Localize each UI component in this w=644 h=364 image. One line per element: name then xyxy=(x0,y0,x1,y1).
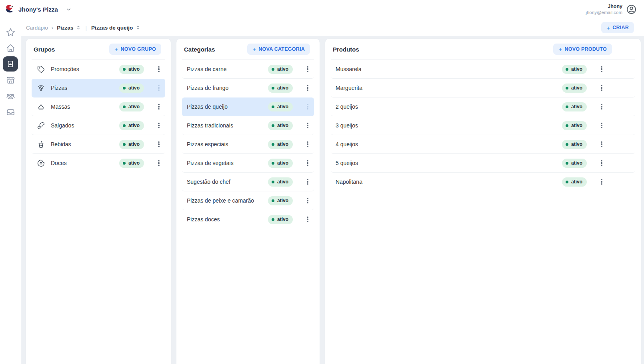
kebab-menu-icon[interactable] xyxy=(303,157,312,169)
produto-row[interactable]: 3 queijosativo xyxy=(331,116,635,135)
grupo-row[interactable]: Bebidasativo xyxy=(32,135,165,154)
unfold-icon xyxy=(136,25,140,30)
kebab-menu-icon[interactable] xyxy=(154,157,164,169)
new-category-button[interactable]: + NOVA CATEGORIA xyxy=(247,44,310,55)
user-meta: Jhony jhony@email.com xyxy=(586,4,622,16)
plus-icon: + xyxy=(114,46,118,52)
status-badge: ativo xyxy=(119,121,144,130)
status-text: ativo xyxy=(571,141,582,147)
status-text: ativo xyxy=(277,198,288,203)
categoria-row[interactable]: Sugestão do chefativo xyxy=(182,173,314,191)
status-dot-icon xyxy=(272,87,274,90)
kebab-menu-icon[interactable] xyxy=(597,119,606,131)
status-dot-icon xyxy=(123,105,126,108)
kebab-menu-icon[interactable] xyxy=(303,213,312,225)
sidebar-item-favorites[interactable] xyxy=(3,24,18,40)
kebab-menu-icon[interactable] xyxy=(597,82,606,94)
categoria-row[interactable]: Pizzas especiaisativo xyxy=(182,135,314,154)
menu-card-icon xyxy=(6,60,15,68)
plus-icon: + xyxy=(558,46,562,52)
kebab-menu-icon[interactable] xyxy=(154,101,164,113)
sidebar-item-store[interactable] xyxy=(3,72,18,88)
new-category-button-label: NOVA CATEGORIA xyxy=(258,46,305,52)
kebab-menu-icon[interactable] xyxy=(303,176,312,188)
grupo-row[interactable]: Docesativo xyxy=(32,154,165,173)
brand-logo-icon xyxy=(4,4,15,16)
status-badge: ativo xyxy=(562,177,587,187)
products-list: MussarelaativoMargueritaativo2 queijosat… xyxy=(325,60,641,191)
kebab-menu-icon[interactable] xyxy=(597,138,606,150)
grupo-row[interactable]: Promoçõesativo xyxy=(32,60,165,79)
produto-row[interactable]: 4 queijosativo xyxy=(331,135,635,154)
produto-row[interactable]: 2 queijosativo xyxy=(331,97,635,116)
status-text: ativo xyxy=(571,66,582,72)
status-dot-icon xyxy=(566,143,568,146)
kebab-menu-icon[interactable] xyxy=(154,82,164,94)
status-dot-icon xyxy=(272,124,274,127)
grupo-label: Salgados xyxy=(51,122,119,129)
grupo-row[interactable]: Salgadosativo xyxy=(32,116,165,135)
grupo-label: Bebidas xyxy=(51,141,119,147)
breadcrumb-group-select[interactable]: Pizzas xyxy=(57,25,81,31)
sidebar-item-customers[interactable] xyxy=(3,88,18,103)
categoria-row[interactable]: Pizzas de frangoativo xyxy=(182,79,314,97)
kebab-menu-icon[interactable] xyxy=(597,63,606,75)
categoria-row[interactable]: Pizzas de queijoativo xyxy=(182,97,314,116)
grupo-row[interactable]: Massasativo xyxy=(32,97,165,116)
status-text: ativo xyxy=(571,179,582,185)
status-text: ativo xyxy=(277,123,288,128)
status-text: ativo xyxy=(128,85,140,91)
grupo-row[interactable]: Pizzasativo xyxy=(32,79,165,97)
sidebar-item-menu[interactable] xyxy=(3,56,18,72)
kebab-menu-icon[interactable] xyxy=(303,119,312,131)
categoria-row[interactable]: Pizzas docesativo xyxy=(182,210,314,229)
categoria-row[interactable]: Pizzas de vegetaisativo xyxy=(182,154,314,173)
kebab-menu-icon[interactable] xyxy=(597,157,606,169)
kebab-menu-icon[interactable] xyxy=(154,119,164,131)
produto-row[interactable]: Napolitanaativo xyxy=(331,173,635,191)
sidebar-item-home[interactable] xyxy=(3,40,18,56)
kebab-menu-icon[interactable] xyxy=(597,176,606,188)
star-icon xyxy=(6,28,15,37)
kebab-menu-icon[interactable] xyxy=(303,63,312,75)
status-text: ativo xyxy=(571,85,582,91)
produto-row[interactable]: 5 queijosativo xyxy=(331,154,635,173)
kebab-menu-icon[interactable] xyxy=(154,63,164,75)
kebab-menu-icon[interactable] xyxy=(303,138,312,150)
status-badge: ativo xyxy=(562,159,587,168)
status-badge: ativo xyxy=(268,140,293,149)
status-text: ativo xyxy=(128,123,140,128)
categories-panel-title: Categorias xyxy=(184,46,215,53)
new-product-button[interactable]: + NOVO PRODUTO xyxy=(553,44,612,55)
create-button[interactable]: + CRIAR xyxy=(601,22,634,33)
status-badge: ativo xyxy=(268,177,293,187)
sidebar-item-inbox[interactable] xyxy=(3,104,18,119)
main-area: Cardápio › Pizzas | Pizzas de queijo xyxy=(21,19,644,364)
produto-row[interactable]: Margueritaativo xyxy=(331,79,635,97)
new-group-button[interactable]: + NOVO GRUPO xyxy=(109,44,161,55)
pizza-icon xyxy=(36,84,45,92)
user-name: Jhony xyxy=(586,4,622,10)
categoria-label: Pizzas de carne xyxy=(187,66,268,72)
grupo-label: Pizzas xyxy=(51,85,119,91)
produto-row[interactable]: Mussarelaativo xyxy=(331,60,635,79)
grupo-label: Promoções xyxy=(51,66,119,72)
categoria-row[interactable]: Pizzas tradicionaisativo xyxy=(182,116,314,135)
user-menu[interactable]: Jhony jhony@email.com xyxy=(586,4,637,16)
categoria-label: Pizzas especiais xyxy=(187,141,268,147)
status-badge: ativo xyxy=(268,121,293,130)
status-text: ativo xyxy=(128,160,140,166)
kebab-menu-icon[interactable] xyxy=(303,101,312,113)
kebab-menu-icon[interactable] xyxy=(597,101,606,113)
kebab-menu-icon[interactable] xyxy=(154,138,164,150)
status-dot-icon xyxy=(123,68,126,71)
kebab-menu-icon[interactable] xyxy=(303,82,312,94)
categoria-row[interactable]: Pizzas de carneativo xyxy=(182,60,314,79)
status-dot-icon xyxy=(566,181,568,183)
categoria-row[interactable]: Pizzas de peixe e camarãoativo xyxy=(182,191,314,210)
breadcrumb-root[interactable]: Cardápio xyxy=(26,25,48,31)
kebab-menu-icon[interactable] xyxy=(303,195,312,207)
brand-switcher[interactable]: Jhony's Pizza xyxy=(4,4,72,16)
produto-label: 5 queijos xyxy=(336,160,562,166)
breadcrumb-category-select[interactable]: Pizzas de queijo xyxy=(91,25,140,31)
